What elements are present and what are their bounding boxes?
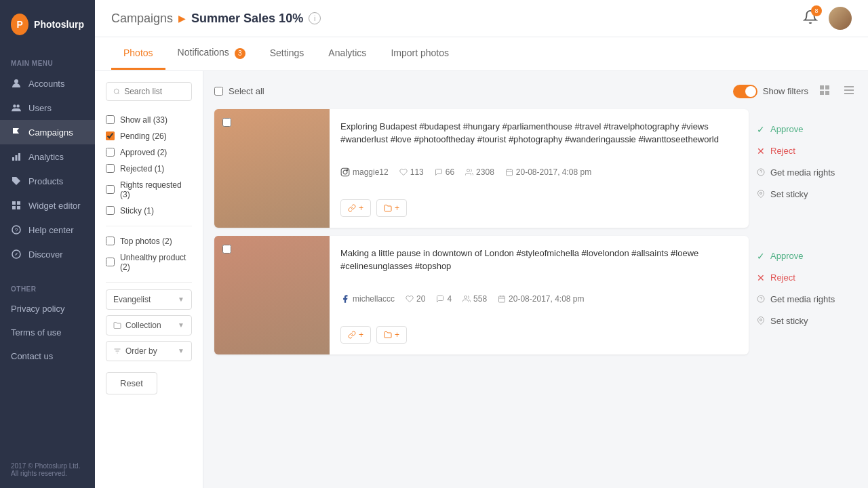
notifications-badge: 3 <box>235 48 245 59</box>
grid-icon <box>11 200 22 211</box>
card-action-panel: ✓ Approve ✕ Reject Get media rights Set … <box>749 109 857 236</box>
sidebar-item-widget-editor-label: Widget editor <box>28 201 81 211</box>
photo-thumbnail <box>214 236 330 354</box>
sidebar-item-accounts[interactable]: Accounts <box>0 71 95 96</box>
get-media-rights-button[interactable]: Get media rights <box>757 163 849 182</box>
photo-info: Making a little pause in downtown of Lon… <box>330 236 749 354</box>
tab-import-photos[interactable]: Import photos <box>378 38 461 70</box>
svg-rect-18 <box>825 91 829 95</box>
toggle-knob <box>745 86 756 97</box>
check-icon: ✓ <box>757 124 765 135</box>
photo-card-checkbox[interactable] <box>222 117 231 129</box>
photo-date: 20-08-2017, 4:08 pm <box>498 294 584 304</box>
breadcrumb: Campaigns ▶ Summer Sales 10% i <box>111 12 321 26</box>
breadcrumb-current: Summer Sales 10% <box>191 12 303 26</box>
select-all-control[interactable]: Select all <box>214 86 264 96</box>
photo-likes: 20 <box>406 294 425 304</box>
svg-rect-34 <box>499 296 505 302</box>
search-icon <box>113 87 120 96</box>
app-logo[interactable]: P Photoslurp <box>0 0 95 49</box>
filter-item-show-all[interactable]: Show all (33) <box>106 112 192 128</box>
filter-item-rejected[interactable]: Rejected (1) <box>106 161 192 177</box>
select-all-label: Select all <box>229 86 264 96</box>
set-sticky-button[interactable]: Set sticky <box>757 185 849 204</box>
sidebar-footer: 2017 © Photoslurp Ltd. All rights reserv… <box>0 451 95 488</box>
sidebar-item-contact[interactable]: Contact us <box>0 344 95 368</box>
tab-notifications[interactable]: Notifications 3 <box>165 37 258 70</box>
sidebar-item-help-center[interactable]: ? Help center <box>0 218 95 242</box>
search-input[interactable] <box>124 87 184 96</box>
media-rights-icon <box>757 167 765 178</box>
user-avatar[interactable] <box>829 7 852 30</box>
photo-card-checkbox[interactable] <box>222 244 231 256</box>
get-media-rights-button[interactable]: Get media rights <box>757 290 849 309</box>
sidebar-item-discover[interactable]: Discover <box>0 242 95 266</box>
filter-item-rights-requested[interactable]: Rights requested (3) <box>106 177 192 203</box>
header: Campaigns ▶ Summer Sales 10% i 8 <box>95 0 868 37</box>
photo-thumbnail <box>214 109 330 228</box>
search-box[interactable] <box>106 82 192 101</box>
photo-action-buttons: + + <box>340 326 738 344</box>
svg-rect-4 <box>16 155 18 161</box>
svg-rect-8 <box>17 201 20 205</box>
toggle-switch[interactable] <box>733 85 757 98</box>
evangelist-label: Evangelist <box>113 295 151 304</box>
chevron-down-icon-2: ▼ <box>178 321 184 329</box>
sidebar-item-terms[interactable]: Terms of use <box>0 321 95 344</box>
card-action-panel: ✓ Approve ✕ Reject Get media rights Set … <box>749 236 857 363</box>
reject-button[interactable]: ✕ Reject <box>757 142 849 161</box>
link-button[interactable]: + <box>340 326 371 344</box>
check-icon: ✓ <box>757 251 765 262</box>
link-button[interactable]: + <box>340 199 371 217</box>
notifications-button[interactable]: 8 <box>803 9 818 27</box>
tab-settings[interactable]: Settings <box>258 38 317 70</box>
filter-item-pending[interactable]: Pending (26) <box>106 128 192 144</box>
sidebar-item-users[interactable]: Users <box>0 96 95 120</box>
svg-rect-21 <box>844 93 854 94</box>
header-actions: 8 <box>803 7 852 30</box>
evangelist-dropdown[interactable]: Evangelist ▼ <box>106 289 192 310</box>
sidebar-item-terms-label: Terms of use <box>11 327 61 338</box>
approve-button[interactable]: ✓ Approve <box>757 120 849 139</box>
tab-photos[interactable]: Photos <box>111 38 165 70</box>
sidebar-item-campaigns[interactable]: Campaigns <box>0 120 95 144</box>
compass-icon <box>11 249 22 260</box>
select-all-checkbox[interactable] <box>214 87 223 96</box>
x-icon: ✕ <box>757 272 765 283</box>
photo-card: Making a little pause in downtown of Lon… <box>214 236 749 354</box>
list-view-button[interactable] <box>841 82 857 101</box>
photo-platform: michellaccc <box>340 294 395 304</box>
grid-view-button[interactable] <box>816 82 833 101</box>
filter-item-top-photos[interactable]: Top photos (2) <box>106 233 192 249</box>
reject-button[interactable]: ✕ Reject <box>757 268 849 287</box>
photos-panel: Select all Show filters <box>203 71 868 489</box>
logo-icon: P <box>11 14 28 35</box>
main-content: Campaigns ▶ Summer Sales 10% i 8 Photos … <box>95 0 868 488</box>
chevron-down-icon: ▼ <box>178 296 184 303</box>
info-icon[interactable]: i <box>309 12 321 24</box>
approve-button[interactable]: ✓ Approve <box>757 247 849 266</box>
reset-button[interactable]: Reset <box>106 372 157 394</box>
media-rights-icon <box>757 294 765 305</box>
photo-caption: Exploring Budapest #budapest #hungary #p… <box>340 120 738 146</box>
photo-info: Exploring Budapest #budapest #hungary #p… <box>330 109 749 228</box>
svg-point-32 <box>760 192 762 194</box>
filter-item-sticky[interactable]: Sticky (1) <box>106 203 192 219</box>
sidebar-item-analytics[interactable]: Analytics <box>0 144 95 169</box>
filter-divider <box>106 226 192 226</box>
sidebar-item-products[interactable]: Products <box>0 169 95 193</box>
filter-item-unhealthy[interactable]: Unhealthy product (2) <box>106 249 192 275</box>
filter-list: Show all (33)Pending (26)Approved (2)Rej… <box>106 112 192 219</box>
photo-caption: Making a little pause in downtown of Lon… <box>340 247 738 273</box>
set-sticky-button[interactable]: Set sticky <box>757 312 849 331</box>
collection-dropdown[interactable]: Collection ▼ <box>106 315 192 336</box>
photo-card-wrapper: Exploring Budapest #budapest #hungary #p… <box>214 109 857 236</box>
sidebar-item-widget-editor[interactable]: Widget editor <box>0 193 95 218</box>
show-filters-toggle[interactable]: Show filters <box>733 85 808 98</box>
filter-item-approved[interactable]: Approved (2) <box>106 144 192 161</box>
order-dropdown[interactable]: Order by ▼ <box>106 341 192 361</box>
folder-button[interactable]: + <box>376 199 407 217</box>
folder-button[interactable]: + <box>376 326 407 344</box>
sidebar-item-privacy[interactable]: Privacy policy <box>0 297 95 321</box>
tab-analytics[interactable]: Analytics <box>316 38 378 70</box>
